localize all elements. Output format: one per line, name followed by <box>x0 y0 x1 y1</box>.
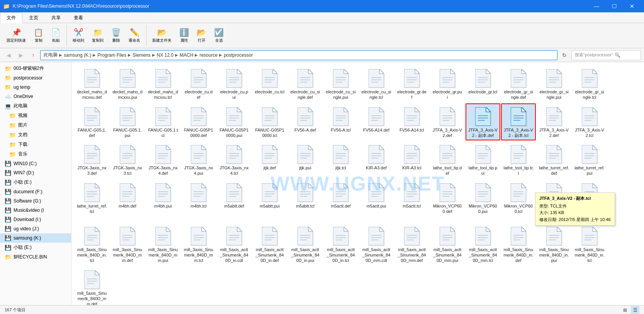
file-item[interactable]: electrode_cu.pui <box>217 65 251 103</box>
file-item[interactable]: jtjk.pui <box>288 141 323 179</box>
file-item[interactable]: m4bh.tcl <box>181 179 216 222</box>
breadcrumb-mach[interactable]: MACH <box>180 52 193 58</box>
sidebar-item-pictures[interactable]: 📁 图片 <box>0 120 71 130</box>
file-item[interactable]: JTGK-3axis_nx4.tcl <box>217 141 251 179</box>
file-item[interactable]: mill_3axis_Sinumerik_840D_mm.tcl <box>181 223 216 266</box>
file-item[interactable]: deckel_maho_dmcxxu.pui <box>110 65 145 103</box>
move-button[interactable]: ✂️ 移动到 <box>69 26 88 45</box>
file-item[interactable]: lathe_turret_ref.def <box>537 141 571 179</box>
file-item[interactable]: mill_5axis_actt_Sinumerik_840D_in.pui <box>288 223 323 266</box>
file-item[interactable]: FANUC-G05P10000.tcl <box>252 103 287 141</box>
file-item[interactable]: Mikron_VCP600.tcl <box>501 179 536 222</box>
file-item[interactable]: JTFA_3_Axis-V2 - 副本.def <box>466 103 500 141</box>
file-item[interactable]: mill_3axis_Sinumerik_840D_mm.pui <box>146 223 180 266</box>
file-item[interactable]: electrode_gr.pui <box>430 65 465 103</box>
file-item[interactable]: JTGK-3axis_nx3.def <box>75 141 109 179</box>
sidebar-item-win7[interactable]: 💾 WIN7 (D:) <box>0 168 71 177</box>
breadcrumb-computer[interactable]: 此电脑 <box>44 52 58 58</box>
file-item[interactable]: electrode_cu_single.def <box>288 65 323 103</box>
file-item[interactable]: FV56-A14.tcl <box>394 103 429 141</box>
rename-button[interactable]: ✏️ 重命名 <box>125 26 144 45</box>
file-item[interactable]: lathe_turret_ref.pui <box>572 141 607 179</box>
paste-button[interactable]: 📄 粘贴 <box>48 26 64 45</box>
file-item[interactable]: m5actt.tcl <box>394 179 429 222</box>
up-button[interactable]: ↑ <box>28 50 39 61</box>
file-item[interactable]: JTGK-3axis_nx3.tcl <box>110 141 145 179</box>
file-item[interactable]: mill_5axis_actt_Sinumerik_840D_mm.pui <box>430 223 465 266</box>
file-item[interactable]: mill_5axis_Sinumerik_840D_in.pui <box>537 223 571 266</box>
file-item[interactable]: m5abtt.def <box>217 179 251 222</box>
search-box[interactable]: 搜索"postprocessor" 🔍 <box>571 50 641 60</box>
minimize-button[interactable]: — <box>588 0 605 12</box>
file-item[interactable]: m5abtt.pui <box>252 179 287 222</box>
large-icon-view-button[interactable]: ⊞ <box>621 306 629 314</box>
file-item[interactable]: mill_5axis_Sinumerik_840D_in.def <box>501 223 536 266</box>
file-item[interactable]: m4bh.def <box>110 179 145 222</box>
properties-button[interactable]: ℹ️ 属性 <box>176 26 192 45</box>
file-item[interactable]: m5actt.def <box>323 179 358 222</box>
sidebar-item-music[interactable]: 📁 音乐 <box>0 149 71 159</box>
address-input[interactable]: 此电脑 ▶ samsung (K:) ▶ Program Files ▶ Sie… <box>40 50 557 60</box>
file-item[interactable]: lathe_tool_tip.pui <box>466 141 500 179</box>
file-item[interactable]: electrode_cu_single.tcl <box>359 65 394 103</box>
sidebar-item-ducument[interactable]: 💾 ducument (F:) <box>0 187 71 196</box>
file-item[interactable]: mill_3axis_Sinumerik_840D_mm.def <box>110 223 145 266</box>
breadcrumb-nx12[interactable]: NX 12.0 <box>157 52 173 58</box>
sidebar-item-downloads[interactable]: 📁 下载 <box>0 140 71 149</box>
tab-file[interactable]: 文件 <box>0 12 22 23</box>
file-item[interactable]: mill_5axis_actt_Sinumerik_840D_mm.tcl <box>466 223 500 266</box>
open-button[interactable]: 📂 打开 <box>193 26 210 45</box>
file-item[interactable]: JTFA_3_Axis-V2.tcl <box>572 103 607 141</box>
file-item[interactable]: electrode_cu.tcl <box>252 65 287 103</box>
sidebar-item-ugvideo[interactable]: 💾 ug video (J:) <box>0 224 71 233</box>
tab-share[interactable]: 共享 <box>45 12 67 23</box>
file-item[interactable]: JTGK-3axis_nx4.def <box>146 141 180 179</box>
close-button[interactable]: ✕ <box>623 0 641 12</box>
file-item[interactable]: jtjk.def <box>252 141 287 179</box>
file-item[interactable]: Mikron_VCP600.def <box>430 179 465 222</box>
file-item[interactable]: FANUC-G05.1.def <box>75 103 109 141</box>
file-item[interactable]: JTGK-3axis_nx4.pui <box>181 141 216 179</box>
file-item[interactable]: electrode_gr.def <box>394 65 429 103</box>
sidebar-item-videos[interactable]: 📁 视频 <box>0 111 71 120</box>
back-button[interactable]: ◀ <box>3 50 14 61</box>
sidebar-item-musicvideo[interactable]: 💾 Music&video (I <box>0 206 71 215</box>
file-item[interactable]: KIR-A3.def <box>359 141 394 179</box>
file-item[interactable]: JTFA_3_Axis-V2 - 副本.tcl <box>501 103 536 141</box>
file-item[interactable]: FANUC-G05P10000.pui <box>217 103 251 141</box>
sidebar-item-onedrive[interactable]: ☁️ OneDrive <box>0 92 71 101</box>
sidebar-item-software[interactable]: 💾 Software (G:) <box>0 196 71 206</box>
file-item[interactable]: m5abtt.tcl <box>288 179 323 222</box>
file-item[interactable]: electrode_cu_single.pui <box>323 65 358 103</box>
file-item[interactable]: electrode_gr_single.pui <box>537 65 571 103</box>
sidebar-item-documents[interactable]: 📁 文档 <box>0 130 71 140</box>
file-item[interactable]: m4bh.pui <box>146 179 180 222</box>
sidebar-item-recycle[interactable]: 📁 $RECYCLE.BIN <box>0 252 71 262</box>
detail-view-button[interactable]: ☰ <box>631 306 639 314</box>
sidebar-item-win10[interactable]: 💾 WIN10 (C:) <box>0 159 71 168</box>
file-item[interactable]: mill_3axis_Sinumerik_840D_in.tcl <box>75 223 109 266</box>
sidebar-item-003[interactable]: 📁 003-锣紫铜2件 <box>0 64 71 73</box>
file-item[interactable]: lathe_tool_tip.tcl <box>501 141 536 179</box>
file-item[interactable]: mill_5axis_actt_Sinumerik_840D_in.tcl <box>323 223 358 266</box>
file-item[interactable]: deckel_maho_dmcxxu.def <box>75 65 109 103</box>
sidebar-item-postprocessor[interactable]: 📁 postprocessor <box>0 73 71 83</box>
file-item[interactable]: electrode_gr.tcl <box>466 65 500 103</box>
file-item[interactable]: lathe_tool_tip.def <box>430 141 465 179</box>
file-item[interactable]: mill_5axis_actt_Sinumerik_840D_in.def <box>252 223 287 266</box>
file-item[interactable]: mill_5axis_Sinumerik_840D_in.tcl <box>572 223 607 266</box>
file-item[interactable]: FANUC-G05.1.tcl <box>146 103 180 141</box>
file-item[interactable]: m5actt.pui <box>359 179 394 222</box>
breadcrumb-siemens[interactable]: Siemens <box>133 52 151 58</box>
file-item[interactable]: mill_5axis_actt_Sinumerik_840D_mm.def <box>394 223 429 266</box>
sidebar-item-xiaocong-e2[interactable]: 💾 小聪 (E:) <box>0 243 71 252</box>
file-item[interactable]: FV56-A14.def <box>359 103 394 141</box>
sidebar-item-xiaocong-e[interactable]: 💾 小聪 (E:) <box>0 177 71 187</box>
forward-button[interactable]: ▶ <box>15 50 26 61</box>
copy2-button[interactable]: 📁 复制到 <box>88 26 107 45</box>
file-item[interactable]: jtjk.tcl <box>323 141 358 179</box>
sidebar-item-samsung-k[interactable]: 💾 samsung (K:) <box>0 233 71 243</box>
file-item[interactable]: JTFA_3_Axis-V2.def <box>430 103 465 141</box>
file-item[interactable]: JTFA_3_Axis-V2.def <box>537 103 571 141</box>
select-button[interactable]: ☑️ 全选 <box>211 26 227 45</box>
